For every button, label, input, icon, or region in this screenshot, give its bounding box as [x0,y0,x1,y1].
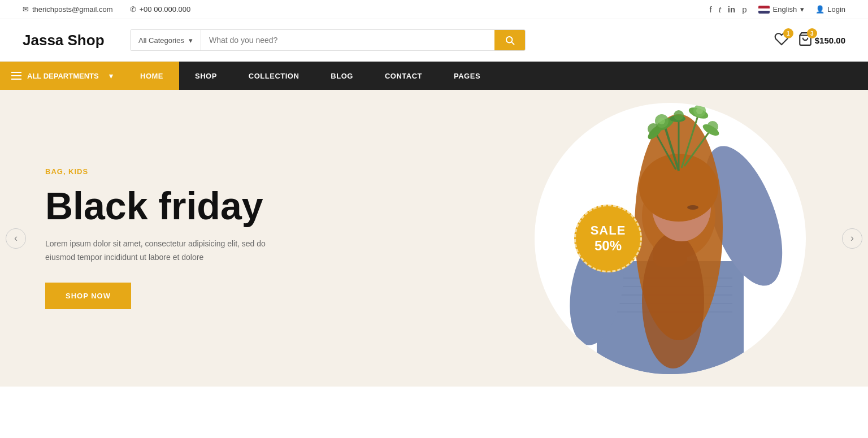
language-label: English [773,5,797,14]
header-actions: 1 3 $150.00 [774,32,845,49]
search-bar: All Categories ▾ [130,29,526,51]
nav-item-blog[interactable]: BLOG [315,62,369,90]
next-arrow-icon: › [850,232,854,244]
navbar: ALL DEPARTMENTS ▾ HOME SHOP COLLECTION B… [0,62,868,90]
svg-line-1 [511,42,514,44]
header: Jassa Shop All Categories ▾ 1 [0,19,868,62]
svg-point-33 [674,110,684,120]
login-label: Login [827,5,845,14]
nav-item-collection[interactable]: COLLECTION [233,62,315,90]
svg-point-32 [707,121,718,132]
all-departments-label: ALL DEPARTMENTS [27,72,99,80]
language-selector[interactable]: English ▾ [758,5,805,14]
nav-items: HOME SHOP COLLECTION BLOG CONTACT PAGES [124,62,496,90]
prev-arrow-icon: ‹ [14,232,18,244]
top-bar: ✉ therichposts@gmail.com ✆ +00 00.000.00… [0,0,868,19]
sale-text: SALE [591,223,626,238]
facebook-icon[interactable]: f [710,5,712,14]
chevron-down-icon: ▾ [189,36,193,45]
login-button[interactable]: 👤 Login [815,5,845,14]
flag-icon [758,6,770,14]
phone-contact: ✆ +00 00.000.000 [130,5,191,14]
pinterest-icon[interactable]: p [742,5,747,14]
search-input[interactable] [201,30,494,50]
cart-price: $150.00 [815,36,845,45]
hero-description: Lorem ipsum dolor sit amet, consectetur … [45,237,283,264]
social-icons: f t in p [710,5,747,14]
linkedin-icon[interactable]: in [728,5,735,14]
hamburger-icon [11,72,21,80]
nav-item-shop[interactable]: SHOP [179,62,233,90]
shop-now-button[interactable]: SHOP NOW [45,283,131,309]
svg-point-35 [696,107,703,114]
sale-badge: SALE 50% [574,205,642,272]
top-bar-left: ✉ therichposts@gmail.com ✆ +00 00.000.00… [23,5,190,14]
svg-point-31 [648,123,659,135]
slider-next-button[interactable]: › [842,228,862,249]
twitter-icon[interactable]: t [719,5,721,14]
email-text: therichposts@gmail.com [32,5,113,14]
logo[interactable]: Jassa Shop [23,32,113,49]
cart-badge: 3 [807,28,817,38]
chevron-down-icon: ▾ [800,5,804,14]
cart-icon[interactable]: 3 $150.00 [798,32,845,49]
hero-image-area: SALE 50% [472,90,868,387]
sale-percent: 50% [594,238,622,254]
svg-point-15 [642,233,704,368]
nav-item-home[interactable]: HOME [124,62,179,90]
hero-title: Black friday [45,185,283,227]
search-icon [505,35,515,45]
email-icon: ✉ [23,5,29,14]
departments-chevron-icon: ▾ [109,72,113,80]
user-icon: 👤 [815,5,824,14]
phone-icon: ✆ [130,5,136,14]
email-contact: ✉ therichposts@gmail.com [23,5,113,14]
category-dropdown[interactable]: All Categories ▾ [131,30,201,50]
hero-category: BAG, KIDS [45,167,283,176]
svg-point-18 [687,205,698,210]
all-departments-button[interactable]: ALL DEPARTMENTS ▾ [0,62,124,90]
wishlist-badge: 1 [783,28,793,38]
nav-item-contact[interactable]: CONTACT [369,62,438,90]
hero-section: BAG, KIDS Black friday Lorem ipsum dolor… [0,90,868,387]
category-label: All Categories [138,36,184,45]
hero-content: BAG, KIDS Black friday Lorem ipsum dolor… [0,167,328,309]
phone-text: +00 00.000.000 [140,5,191,14]
svg-point-34 [658,118,665,124]
wishlist-icon[interactable]: 1 [774,32,789,49]
search-button[interactable] [494,30,525,50]
top-bar-right: f t in p English ▾ 👤 Login [710,5,845,14]
nav-item-pages[interactable]: PAGES [438,62,496,90]
slider-prev-button[interactable]: ‹ [6,228,26,249]
